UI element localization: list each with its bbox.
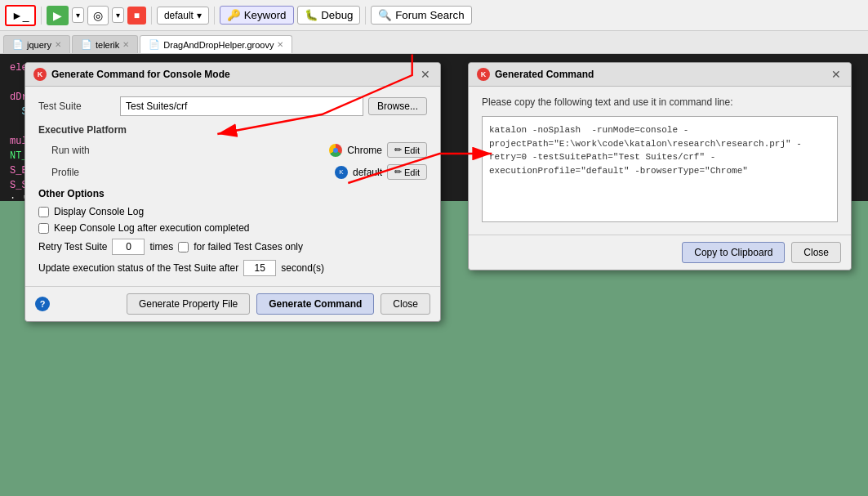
retry-failed-label: for failed Test Cases only [194, 241, 303, 252]
update-label: Update execution status of the Test Suit… [38, 262, 238, 274]
retry-label: Retry Test Suite [38, 241, 107, 252]
copy-to-clipboard-button[interactable]: Copy to Clipboard [682, 242, 785, 263]
run-with-text: Chrome [347, 145, 382, 156]
retry-row: Retry Test Suite times for failed Test C… [38, 239, 427, 255]
tab-close-telerik[interactable]: ✕ [122, 40, 129, 49]
test-suite-label: Test Suite [38, 101, 120, 112]
seconds-input[interactable] [243, 260, 276, 276]
retry-failed-checkbox[interactable] [178, 242, 189, 252]
tab-jquery[interactable]: 📄 jquery ✕ [3, 35, 70, 53]
profile-text: default [353, 167, 382, 178]
separator2 [151, 7, 152, 25]
separator4 [365, 7, 366, 25]
gen-cmd-footer: Copy to Clipboard Close [469, 235, 851, 270]
dialog-footer: ? Generate Property File Generate Comman… [25, 286, 440, 321]
main-content: elenium.JavascriptExecutor dDropHelper {… [0, 54, 868, 496]
search-icon: 🔍 [378, 9, 392, 21]
edit-label2: Edit [404, 168, 420, 177]
chrome-icon [329, 144, 342, 157]
test-suite-row: Test Suite Browse... [38, 96, 427, 116]
keep-console-log-row: Keep Console Log after execution complet… [38, 222, 427, 234]
test-suite-input[interactable] [120, 96, 363, 116]
tab-telerik[interactable]: 📄 telerik ✕ [72, 35, 138, 53]
tab-close-jquery[interactable]: ✕ [55, 40, 61, 49]
footer-left: ? [35, 297, 50, 311]
katalon-icon2: K [477, 68, 490, 81]
tab-label: DragAndDropHelper.groovy [163, 40, 274, 50]
console-mode-button[interactable]: ►_ [5, 5, 36, 26]
dialog-title-bar: K Generate Command for Console Mode ✕ [25, 63, 440, 87]
search-label: Forum Search [395, 9, 464, 21]
browse-button[interactable]: Browse... [368, 97, 427, 115]
gen-cmd-title-left: K Generated Command [477, 68, 594, 81]
gen-cmd-close-button[interactable]: ✕ [830, 68, 843, 81]
close-gen-cmd-button[interactable]: Close [791, 242, 841, 263]
run-dropdown[interactable]: ▾ [72, 7, 84, 23]
search-button[interactable]: 🔍 Forum Search [371, 6, 471, 25]
dialog-body: Test Suite Browse... Executive Platform … [25, 87, 440, 286]
close-dialog-button[interactable]: Close [381, 293, 430, 315]
record-dropdown[interactable]: ▾ [112, 7, 124, 23]
profile-dropdown-icon: ▾ [197, 10, 202, 21]
tab-label: telerik [96, 40, 119, 50]
dialog-close-button[interactable]: ✕ [419, 68, 432, 81]
profile-selector[interactable]: default ▾ [157, 7, 209, 25]
bug-icon: 🐛 [305, 9, 318, 21]
retry-times-label: times [149, 241, 173, 252]
profile-value: K default ✏ Edit [120, 164, 427, 180]
keep-console-log-checkbox[interactable] [38, 223, 49, 234]
separator3 [214, 7, 215, 25]
generate-command-button[interactable]: Generate Command [256, 293, 374, 315]
keyword-icon: 🔑 [227, 9, 241, 21]
toolbar: ►_ ▶ ▾ ◎ ▾ ■ default ▾ 🔑 Keyword 🐛 Debug… [0, 0, 868, 31]
display-console-log-row: Display Console Log [38, 206, 427, 217]
profile-icon: K [335, 166, 348, 179]
gen-cmd-title-bar: K Generated Command ✕ [469, 63, 851, 87]
file-icon: 📄 [12, 39, 24, 50]
file-icon: 📄 [149, 39, 160, 50]
gen-cmd-description: Please copy the following text and use i… [482, 96, 838, 108]
edit-icon: ✏ [394, 145, 402, 155]
debug-label: Debug [321, 9, 353, 21]
run-button[interactable]: ▶ [47, 6, 69, 25]
profile-row: Profile K default ✏ Edit [38, 164, 427, 180]
run-with-edit-button[interactable]: ✏ Edit [387, 142, 427, 158]
run-with-row: Run with Chrome ✏ Edit [38, 142, 427, 158]
keyword-button[interactable]: 🔑 Keyword [220, 6, 294, 25]
retry-input[interactable] [112, 239, 145, 255]
exec-platform-title: Executive Platform [38, 124, 427, 136]
debug-button[interactable]: 🐛 Debug [297, 6, 361, 25]
generated-command-dialog: K Generated Command ✕ Please copy the fo… [468, 62, 852, 270]
display-console-log-label: Display Console Log [54, 206, 144, 217]
tab-label: jquery [27, 40, 51, 50]
test-suite-input-wrap: Browse... [120, 96, 427, 116]
tab-dragdrophelper[interactable]: 📄 DragAndDropHelper.groovy ✕ [140, 35, 292, 53]
gen-cmd-title-text: Generated Command [495, 69, 594, 80]
run-with-value: Chrome ✏ Edit [120, 142, 427, 158]
help-icon[interactable]: ? [35, 297, 50, 311]
file-icon: 📄 [81, 39, 92, 50]
display-console-log-checkbox[interactable] [38, 207, 49, 217]
profile-label: Profile [51, 167, 120, 178]
edit-icon2: ✏ [394, 167, 402, 177]
separator [41, 7, 42, 25]
other-options-title: Other Options [38, 188, 427, 199]
katalon-icon: K [33, 68, 47, 81]
update-unit: second(s) [281, 262, 324, 274]
update-row: Update execution status of the Test Suit… [38, 260, 427, 276]
dialog-title-left: K Generate Command for Console Mode [33, 68, 230, 81]
dialog-title-text: Generate Command for Console Mode [51, 69, 230, 80]
tab-close-dragdrop[interactable]: ✕ [277, 40, 283, 49]
generate-property-file-button[interactable]: Generate Property File [127, 293, 250, 315]
command-textarea[interactable]: katalon -noSplash -runMode=console -proj… [482, 116, 838, 222]
profile-edit-button[interactable]: ✏ Edit [387, 164, 427, 180]
generate-command-dialog: K Generate Command for Console Mode ✕ Te… [24, 62, 441, 322]
profile-label: default [164, 10, 194, 21]
stop-button[interactable]: ■ [127, 7, 146, 25]
record-button[interactable]: ◎ [87, 6, 109, 25]
gen-cmd-body: Please copy the following text and use i… [469, 87, 851, 235]
keyword-label: Keyword [244, 9, 287, 21]
edit-label: Edit [404, 145, 420, 155]
tabs-bar: 📄 jquery ✕ 📄 telerik ✕ 📄 DragAndDropHelp… [0, 31, 868, 54]
run-with-label: Run with [51, 145, 120, 156]
